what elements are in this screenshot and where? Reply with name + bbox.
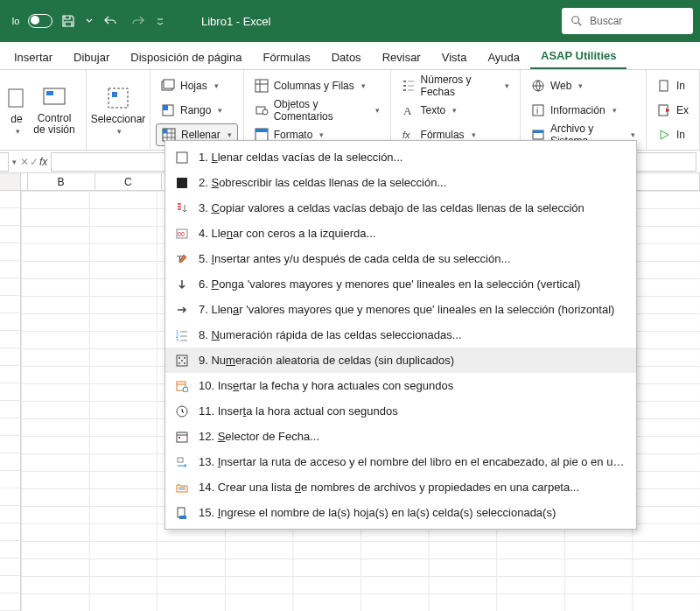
row-header[interactable] xyxy=(0,366,20,383)
svg-rect-9 xyxy=(163,105,168,110)
calendar-clock-icon xyxy=(174,378,190,394)
menu-item-3[interactable]: 3. Copiar valores a celdas vacías debajo… xyxy=(165,195,636,221)
cancel-icon[interactable]: ✕ xyxy=(20,156,29,168)
ribbon-group-4: Números y Fechas▾ ATexto▾ fxFórmulas▾ xyxy=(391,70,521,150)
tab-disposicion[interactable]: Disposición de página xyxy=(120,46,252,69)
play-icon xyxy=(657,128,671,142)
fx-icon[interactable]: fx xyxy=(39,156,47,168)
row-header[interactable] xyxy=(0,331,20,348)
row-header[interactable] xyxy=(0,488,20,506)
name-box-truncated[interactable] xyxy=(0,152,9,172)
seleccionar-button[interactable]: Seleccionar ▾ xyxy=(92,74,144,146)
numeros-fechas-button[interactable]: Números y Fechas▾ xyxy=(396,74,514,97)
row-header[interactable] xyxy=(0,208,20,226)
row-header[interactable] xyxy=(0,296,20,313)
menu-item-5[interactable]: T5. Insertar antes y/u después de cada c… xyxy=(165,246,636,271)
menu-item-2[interactable]: 2. Sobrescribir las celdas llenas de la … xyxy=(165,170,636,195)
menu-item-12[interactable]: 12. Selector de Fecha... xyxy=(165,424,636,449)
svg-rect-16 xyxy=(256,129,268,132)
truncated-btn-2[interactable]: Ex xyxy=(652,99,694,122)
menu-item-13[interactable]: 13. Insertar la ruta de acceso y el nomb… xyxy=(165,449,636,474)
svg-rect-2 xyxy=(44,88,65,104)
col-header[interactable] xyxy=(633,173,700,190)
menu-item-7[interactable]: 7. Llenar 'valores mayores que y menores… xyxy=(165,297,636,322)
row-header[interactable] xyxy=(0,593,20,611)
svg-rect-24 xyxy=(660,81,668,91)
qat-overflow-icon[interactable] xyxy=(154,9,166,33)
menu-item-11[interactable]: 11. Inserta la hora actual con segundos xyxy=(165,398,636,424)
select-all-corner[interactable] xyxy=(0,173,21,190)
svg-point-41 xyxy=(183,387,188,392)
undo-icon[interactable] xyxy=(98,9,122,33)
menu-item-8[interactable]: 1238. Numeración rápida de las celdas se… xyxy=(165,322,636,348)
menu-item-15[interactable]: 15. Ingrese el nombre de la(s) hoja(s) e… xyxy=(165,500,636,525)
row-header[interactable] xyxy=(0,243,20,261)
tab-insertar[interactable]: Insertar xyxy=(4,46,63,69)
search-box[interactable]: Buscar xyxy=(562,8,693,34)
row-header[interactable] xyxy=(0,523,20,541)
control-vision-icon xyxy=(40,83,68,111)
tab-ayuda[interactable]: Ayuda xyxy=(477,46,530,69)
menu-item-4[interactable]: 004. Llenar con ceros a la izquierda... xyxy=(165,221,636,246)
menu-item-9[interactable]: 9. Numeración aleatoria de celdas (sin d… xyxy=(165,348,636,373)
rango-button[interactable]: Rango▾ xyxy=(156,99,238,122)
row-header[interactable] xyxy=(0,541,20,558)
menu-item-14[interactable]: 14. Crear una lista de nombres de archiv… xyxy=(165,474,636,500)
truncated-button-left[interactable]: de ▾ xyxy=(5,74,28,145)
informacion-button[interactable]: iInformación▾ xyxy=(526,99,640,122)
redo-icon[interactable] xyxy=(126,9,150,33)
row-header[interactable] xyxy=(0,418,20,436)
col-header-b[interactable]: B xyxy=(28,173,95,190)
list-down-icon xyxy=(174,200,190,216)
row-header[interactable] xyxy=(0,261,20,278)
qat-chevron-down-icon[interactable] xyxy=(84,9,94,33)
svg-point-0 xyxy=(572,17,579,24)
hojas-button[interactable]: Hojas▾ xyxy=(156,74,238,97)
menu-item-10[interactable]: 10. Insertar la fecha y hora actuales co… xyxy=(165,373,636,398)
square-empty-icon xyxy=(174,150,190,165)
columnas-filas-button[interactable]: Columnas y Filas▾ xyxy=(249,74,385,97)
row-header[interactable] xyxy=(0,348,20,366)
tab-asap-utilities[interactable]: ASAP Utilities xyxy=(530,44,626,69)
menu-item-label: 1. Llenar celdas vacías de la selección.… xyxy=(199,151,402,164)
row-header[interactable] xyxy=(0,191,20,208)
menu-item-label: 13. Insertar la ruta de acceso y el nomb… xyxy=(199,455,627,468)
row-header[interactable] xyxy=(0,453,20,471)
menu-item-label: 2. Sobrescribir las celdas llenas de la … xyxy=(199,176,446,189)
menu-item-label: 7. Llenar 'valores mayores que y menores… xyxy=(199,303,614,316)
tab-datos[interactable]: Datos xyxy=(321,46,372,69)
row-header[interactable] xyxy=(0,401,20,418)
row-header[interactable] xyxy=(0,226,20,243)
svg-text:fx: fx xyxy=(402,130,410,140)
objetos-button[interactable]: Objetos y Comentarios▾ xyxy=(249,99,385,122)
control-vision-button[interactable]: Control de visión xyxy=(28,74,80,145)
row-header[interactable] xyxy=(0,558,20,576)
row-header[interactable] xyxy=(0,436,20,453)
tab-dibujar[interactable]: Dibujar xyxy=(63,46,120,69)
folder-list-icon xyxy=(174,480,190,495)
truncated-btn-3[interactable]: In xyxy=(652,123,694,146)
texto-button[interactable]: ATexto▾ xyxy=(396,99,514,122)
row-header[interactable] xyxy=(0,471,20,488)
row-header[interactable] xyxy=(0,383,20,401)
save-icon[interactable] xyxy=(56,9,80,33)
tab-formulas[interactable]: Fórmulas xyxy=(252,46,320,69)
tab-revisar[interactable]: Revisar xyxy=(372,46,431,69)
row-header[interactable] xyxy=(0,576,20,593)
accept-icon[interactable]: ✓ xyxy=(30,156,38,168)
sheet-name-icon xyxy=(174,505,190,521)
row-header[interactable] xyxy=(0,313,20,331)
row-header[interactable] xyxy=(0,278,20,296)
autosave-toggle[interactable] xyxy=(28,9,52,33)
row-header[interactable] xyxy=(0,506,20,523)
tab-vista[interactable]: Vista xyxy=(431,46,478,69)
menu-item-6[interactable]: 6. Ponga 'valores mayores y menores que'… xyxy=(165,271,636,297)
svg-rect-47 xyxy=(179,516,186,519)
col-header[interactable] xyxy=(21,173,28,190)
col-header-c[interactable]: C xyxy=(95,173,163,190)
truncated-btn-1[interactable]: In xyxy=(652,74,694,97)
arrow-right-icon xyxy=(174,302,190,318)
menu-item-1[interactable]: 1. Llenar celdas vacías de la selección.… xyxy=(165,144,636,170)
web-button[interactable]: Web▾ xyxy=(526,74,640,97)
svg-rect-43 xyxy=(177,432,187,442)
